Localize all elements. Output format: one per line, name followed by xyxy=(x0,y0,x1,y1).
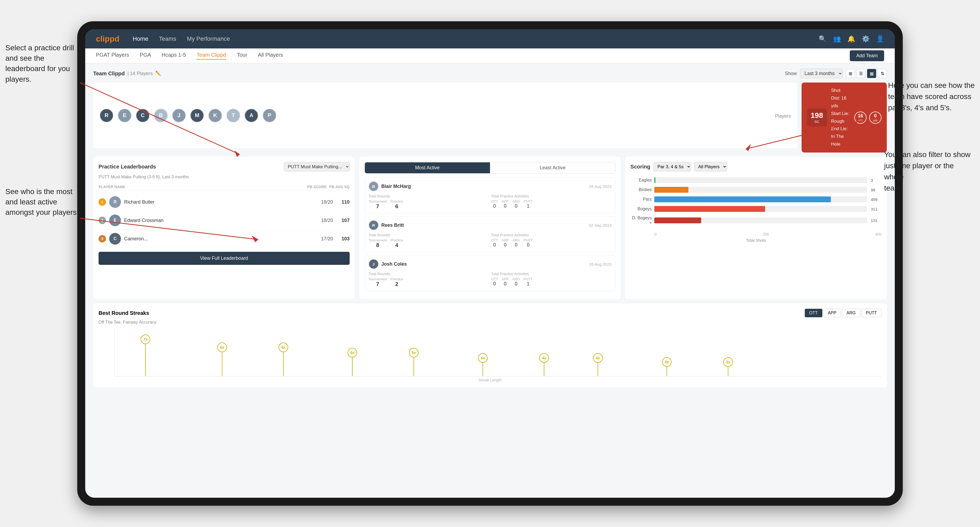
axis-400: 400 xyxy=(875,232,881,237)
pa-activities-group-1: Total Practice Activities OTT 0 APP 0 xyxy=(491,194,611,210)
pa-activities-group-3: Total Practice Activities OTT 0 APP 0 xyxy=(491,272,611,287)
sub-nav: PGAT Players PGA Hcaps 1-5 Team Clippd T… xyxy=(85,48,895,63)
annotation-left-bottom: See who is the most and least active amo… xyxy=(5,186,80,218)
search-icon[interactable]: 🔍 xyxy=(819,35,827,43)
people-icon[interactable]: 👥 xyxy=(833,35,841,43)
subnav-all-players[interactable]: All Players xyxy=(258,52,283,60)
pa-rounds-group-2: Total Rounds Tournament 8 Practice 4 xyxy=(369,233,489,248)
nav-home[interactable]: Home xyxy=(133,35,148,42)
show-section: Show Last 3 months ⊞ ☰ ▦ ⇅ xyxy=(785,69,887,78)
bar-track-birdies xyxy=(654,187,867,193)
lb-score-2: 18/20 xyxy=(317,218,333,223)
activity-card: Most Active Least Active B Blair McHarg … xyxy=(359,157,621,299)
streak-circle: 3x xyxy=(662,357,671,367)
pa-putt-2: PUTT 0 xyxy=(523,238,533,248)
dist-box-1: 16 yds xyxy=(854,111,867,124)
pa-avatar-2: R xyxy=(369,220,379,230)
nav-teams[interactable]: Teams xyxy=(159,35,176,42)
pa-rounds-label-1: Total Rounds xyxy=(369,194,489,198)
user-avatar-icon[interactable]: 👤 xyxy=(876,35,884,43)
bar-fill-birdies xyxy=(654,187,688,193)
dist-unit-2: yds xyxy=(873,119,877,122)
avatar-9[interactable]: A xyxy=(245,109,258,122)
streak-stem xyxy=(544,363,544,376)
streak-dot: 4x xyxy=(478,353,488,376)
subnav-hcaps[interactable]: Hcaps 1-5 xyxy=(162,52,186,60)
most-active-tab[interactable]: Most Active xyxy=(365,162,490,173)
sub-nav-items: PGAT Players PGA Hcaps 1-5 Team Clippd T… xyxy=(96,52,283,60)
dist-box-2: 0 yds xyxy=(869,111,881,124)
leaderboard-row-1: 1 R Richard Butler 19/20 110 xyxy=(99,193,350,211)
streaks-tab-app[interactable]: APP xyxy=(823,309,841,317)
bar-fill-bogeys xyxy=(654,206,765,212)
bell-icon[interactable]: 🔔 xyxy=(847,35,855,43)
show-label: Show xyxy=(785,71,797,76)
pa-tournament-3: Tournament 7 xyxy=(369,277,387,287)
grid-view-btn[interactable]: ⊞ xyxy=(846,69,855,78)
shot-dist: Shot Dist: 16 yds xyxy=(831,87,850,110)
scoring-filter-players[interactable]: All Players xyxy=(694,162,727,171)
pa-activities-row-1: OTT 0 APP 0 ARG 0 xyxy=(491,199,611,209)
bar-double-bogeys: D. Bogeys + 131 xyxy=(630,216,881,225)
list-view-btn[interactable]: ☰ xyxy=(856,69,865,78)
pa-avatar-3: J xyxy=(369,259,379,269)
avatar-1[interactable]: R xyxy=(100,109,113,122)
nav-items: Home Teams My Performance xyxy=(133,35,819,42)
streak-stem xyxy=(728,367,728,376)
bar-track-double xyxy=(654,217,867,223)
subnav-team-clippd[interactable]: Team Clippd xyxy=(197,52,226,60)
bar-birdies: Birdies 96 xyxy=(630,187,881,193)
avatar-7[interactable]: K xyxy=(208,109,222,122)
streak-circle: 4x xyxy=(593,353,603,363)
drill-select[interactable]: PUTT Must Make Putting... xyxy=(284,162,350,171)
avatar-6[interactable]: M xyxy=(190,109,204,122)
streaks-tab-arg[interactable]: ARG xyxy=(842,309,861,317)
pa-activities-row-3: OTT 0 APP 0 ARG 0 xyxy=(491,277,611,287)
add-team-button[interactable]: Add Team xyxy=(850,50,884,61)
rank-2: 2 xyxy=(99,217,106,224)
avatar-2[interactable]: E xyxy=(118,109,132,122)
annotation-right-bottom: You can also filter to show just one pla… xyxy=(884,149,975,194)
bar-fill-eagles xyxy=(654,177,655,183)
settings-icon[interactable]: ⚙️ xyxy=(862,35,870,43)
detail-view-btn[interactable]: ▦ xyxy=(867,69,876,78)
team-header: Team Clippd | 14 Players ✏️ Show Last 3 … xyxy=(93,69,887,78)
streaks-tab-ott[interactable]: OTT xyxy=(805,309,822,317)
nav-performance[interactable]: My Performance xyxy=(187,35,230,42)
subnav-pga[interactable]: PGA xyxy=(140,52,151,60)
streak-circle: 3x xyxy=(723,357,733,367)
pa-date-1: 26 Aug 2023 xyxy=(589,184,611,189)
practice-leaderboards-card: Practice Leaderboards PUTT Must Make Put… xyxy=(93,157,355,299)
shot-badge: 198 SC xyxy=(807,109,827,126)
view-full-leaderboard-button[interactable]: View Full Leaderboard xyxy=(99,252,350,265)
subnav-pgat[interactable]: PGAT Players xyxy=(96,52,129,60)
least-active-tab[interactable]: Least Active xyxy=(490,162,615,173)
avatar-3[interactable]: C xyxy=(136,109,150,122)
avatar-10[interactable]: P xyxy=(262,109,277,122)
avatar-8[interactable]: T xyxy=(226,109,240,122)
pa-header-3: J Josh Coles 26 Aug 2023 xyxy=(369,259,612,269)
subnav-tour[interactable]: Tour xyxy=(237,52,247,60)
sort-btn[interactable]: ⇅ xyxy=(878,69,887,78)
activity-toggle: Most Active Least Active xyxy=(364,162,616,173)
lb-avatar-2: E xyxy=(109,214,121,226)
avatar-5[interactable]: J xyxy=(172,109,186,122)
edit-icon[interactable]: ✏️ xyxy=(155,71,161,76)
scoring-filter-par[interactable]: Par 3, 4 & 5s xyxy=(654,162,691,171)
pa-arg-1: ARG 0 xyxy=(512,199,520,209)
streak-stem xyxy=(352,357,353,376)
pa-practice-3: Practice 2 xyxy=(390,277,403,287)
activity-player-3: J Josh Coles 26 Aug 2023 Total Rounds To… xyxy=(364,255,616,291)
bar-fill-pars xyxy=(654,197,831,202)
scoring-bar-chart: Eagles 3 Birdies 96 xyxy=(630,175,881,231)
streaks-tabs: OTT APP ARG PUTT xyxy=(805,309,881,317)
show-select[interactable]: Last 3 months xyxy=(800,69,843,78)
lb-score-1: 19/20 xyxy=(317,199,333,205)
axis-0: 0 xyxy=(654,232,657,237)
avatar-4[interactable]: B xyxy=(154,109,168,122)
nav-icons: 🔍 👥 🔔 ⚙️ 👤 xyxy=(819,35,884,43)
dist-unit-1: yds xyxy=(858,119,862,122)
pa-header-1: B Blair McHarg 26 Aug 2023 xyxy=(369,181,612,191)
streaks-tab-putt[interactable]: PUTT xyxy=(861,309,881,317)
bar-eagles: Eagles 3 xyxy=(630,177,881,183)
